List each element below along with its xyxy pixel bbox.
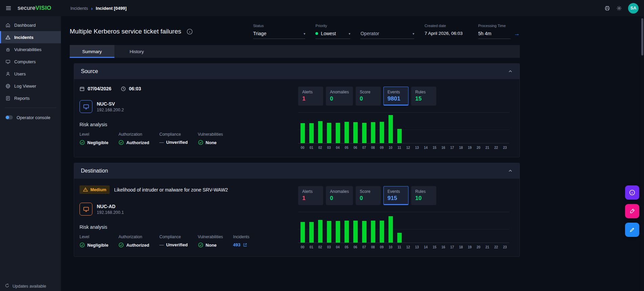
severity-badge-label: Medium — [90, 187, 106, 192]
logo-secure: secure — [18, 5, 36, 11]
chart-bar-slot — [377, 122, 386, 143]
source-risk-authorization: AuthorizationAuthorized — [118, 132, 149, 145]
priority-label: Priority — [315, 24, 350, 29]
breadcrumb-current-incident: Incident [0499] — [96, 6, 127, 11]
breadcrumb-incidents[interactable]: Incidents — [70, 6, 88, 11]
chart-bar — [353, 221, 358, 243]
chart-bar-slot — [298, 123, 307, 143]
dash-icon: — — [159, 242, 164, 247]
chart-bar-slot — [342, 221, 351, 243]
chart-tick-label: 10 — [386, 245, 395, 249]
logo-visio: VISIO — [36, 5, 51, 11]
gear-icon[interactable] — [616, 5, 622, 11]
chart-bar — [336, 221, 340, 243]
destination-title: Destination — [81, 168, 108, 174]
priority-dropdown[interactable]: Priority Lowest▾ — [315, 24, 350, 39]
risk-value: Negligible — [87, 243, 108, 248]
chart-bar-slot — [360, 123, 369, 143]
source-host[interactable]: NUC-SV 192.168.200.2 — [80, 100, 293, 113]
scrollbar-thumb[interactable] — [641, 18, 643, 55]
topbar-actions: SA — [604, 3, 644, 14]
sidebar-item-reports[interactable]: Reports — [0, 92, 61, 104]
user-icon — [5, 71, 10, 76]
destination-host[interactable]: NUC-AD 192.168.200.1 — [80, 203, 293, 216]
chevron-down-icon: ▾ — [349, 32, 350, 36]
chart-bar-slot — [351, 122, 360, 143]
info-icon[interactable] — [186, 28, 193, 35]
fab-info-button[interactable] — [625, 185, 639, 200]
chart-bar — [397, 233, 402, 243]
operator-console-label: Operator console — [17, 115, 50, 120]
source-risk-vulnerabilities: VulnerabilitiesNone — [198, 132, 223, 145]
sidebar-item-users[interactable]: Users — [0, 68, 61, 80]
chart-bar — [327, 123, 331, 143]
chart-bar — [362, 123, 367, 143]
arrow-right-icon[interactable]: → — [514, 30, 520, 39]
incidents-link[interactable]: 493 — [233, 242, 241, 247]
fab-brush-button[interactable] — [625, 204, 639, 218]
processing-time-label: Processing Time — [478, 24, 511, 29]
sidebar-item-dashboard[interactable]: Dashboard — [0, 19, 61, 31]
destination-stat-alerts[interactable]: Alerts1 — [298, 186, 323, 205]
sidebar-item-operator-console[interactable]: Operator console — [0, 111, 61, 124]
destination-card: Destination Medium Likelihood of intru — [74, 163, 520, 257]
sidebar-item-log-viewer[interactable]: Log Viewer — [0, 80, 61, 92]
destination-stat-events[interactable]: Events915 — [383, 186, 408, 205]
chart-bar-slot — [298, 222, 307, 243]
sidebar-item-incidents[interactable]: Incidents — [0, 31, 61, 43]
check-circle-icon — [118, 242, 124, 248]
source-stat-anomalies[interactable]: Anomalies0 — [326, 87, 353, 106]
destination-stat-score[interactable]: Score0 — [356, 186, 381, 205]
chart-tick-label: 06 — [351, 245, 360, 249]
chart-tick-label: 22 — [492, 245, 501, 249]
sidebar-item-computers[interactable]: Computers — [0, 55, 61, 68]
destination-card-header[interactable]: Destination — [74, 163, 519, 179]
stat-label: Anomalies — [330, 90, 349, 94]
check-circle-icon — [198, 242, 203, 248]
chevron-up-icon[interactable] — [508, 169, 513, 173]
avatar[interactable]: SA — [628, 3, 639, 14]
sidebar-item-label: Vulnerabilities — [14, 47, 41, 52]
destination-risk-compliance: Compliance—Unverified — [159, 234, 188, 248]
source-stat-score[interactable]: Score0 — [356, 87, 381, 106]
stat-label: Score — [360, 90, 377, 94]
source-stat-alerts[interactable]: Alerts1 — [298, 87, 323, 106]
chevron-right-icon: › — [91, 6, 93, 11]
chart-bar — [318, 121, 323, 143]
chart-bar-slot — [386, 216, 395, 243]
printer-icon[interactable] — [604, 5, 610, 11]
operator-dropdown[interactable]: Operator▾ — [360, 24, 414, 39]
menu-icon[interactable] — [0, 0, 17, 16]
chart-bar-slot — [333, 221, 342, 243]
tab-summary[interactable]: Summary — [70, 45, 114, 58]
source-stat-rules[interactable]: Rules15 — [411, 87, 436, 106]
sidebar-item-label: Users — [14, 71, 26, 76]
chart-tick-label: 17 — [448, 146, 457, 150]
sidebar-item-vulnerabilities[interactable]: Vulnerabilities — [0, 43, 61, 55]
chart-tick-label: 09 — [377, 146, 386, 150]
chart-tick-label: 12 — [404, 146, 413, 150]
breadcrumb: Incidents › Incident [0499] — [70, 6, 127, 11]
tab-history-label: History — [130, 49, 144, 54]
updates-available[interactable]: Updates available — [0, 280, 61, 291]
chevron-up-icon[interactable] — [508, 69, 513, 74]
chart-tick-label: 23 — [501, 146, 509, 150]
chart-tick-label: 21 — [483, 245, 492, 249]
chart-bar — [362, 221, 367, 243]
stat-label: Alerts — [302, 90, 319, 94]
severity-row: Medium Likelihood of intruder or malware… — [80, 185, 293, 194]
info-icon — [629, 189, 635, 196]
status-dropdown[interactable]: Status Triage▾ — [253, 24, 305, 39]
destination-stat-anomalies[interactable]: Anomalies0 — [326, 186, 353, 205]
risk-label: Authorization — [118, 234, 149, 239]
sidebar-item-label: Computers — [14, 59, 36, 64]
status-value: Triage — [253, 31, 301, 36]
fab-edit-button[interactable] — [625, 223, 639, 237]
tab-history[interactable]: History — [114, 45, 159, 58]
source-stat-events[interactable]: Events9801 — [383, 87, 408, 106]
scrollbar[interactable] — [641, 16, 644, 291]
source-card-header[interactable]: Source — [74, 64, 519, 79]
chart-tick-label: 22 — [492, 146, 501, 150]
chart-tick-label: 18 — [457, 146, 465, 150]
destination-stat-rules[interactable]: Rules10 — [411, 186, 436, 205]
